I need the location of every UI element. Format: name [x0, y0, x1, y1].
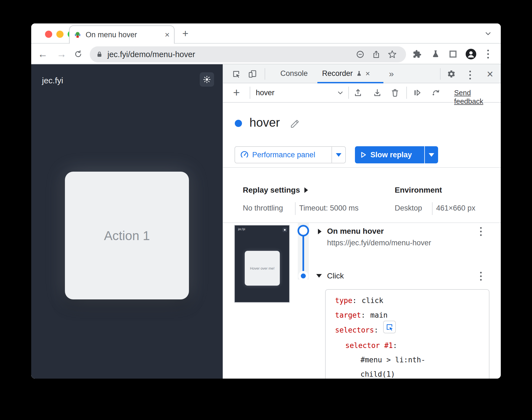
reload-button[interactable]	[72, 48, 84, 60]
step1-menu-kebab-icon[interactable]	[478, 225, 483, 238]
code-line-target: target:main	[335, 311, 388, 319]
slow-replay-button[interactable]: Slow replay	[355, 146, 438, 163]
lock-icon	[96, 51, 103, 58]
throttling-value: No throttling	[243, 204, 283, 212]
thumbnail-site-label: jec.fyi	[238, 228, 245, 231]
page-viewport: jec.fyi Action 1	[31, 64, 223, 379]
delete-recording-icon[interactable]	[389, 87, 401, 99]
zoom-out-icon[interactable]	[352, 50, 368, 59]
tab-favicon	[74, 31, 81, 38]
import-recording-icon[interactable]	[371, 87, 383, 99]
section-divider-2	[223, 222, 501, 223]
bookmark-star-icon[interactable]	[384, 50, 400, 59]
toolbar-divider-3	[406, 87, 407, 99]
select-chevron-icon	[336, 89, 344, 97]
code-line-selector-value1: #menu > li:nth-	[360, 356, 425, 364]
browser-tab[interactable]: On menu hover ×	[69, 25, 175, 44]
thumbnail-card-label: Hover over me!	[250, 266, 275, 270]
step2-collapse-icon[interactable]	[316, 274, 322, 278]
new-tab-button[interactable]: +	[180, 28, 190, 38]
step-editor[interactable]: type:click target:main selectors: select…	[325, 289, 489, 379]
step1-url: https://jec.fyi/demo/menu-hover	[327, 239, 431, 247]
recording-title: hover	[249, 116, 280, 129]
recorder-tab-close-icon[interactable]: ×	[365, 70, 370, 78]
tab-console[interactable]: Console	[275, 64, 313, 83]
settings-value-divider	[295, 202, 296, 215]
pick-selector-button[interactable]	[383, 321, 396, 333]
toolbar-divider-1	[250, 87, 250, 99]
section-divider-1	[223, 167, 501, 168]
rerun-replay-icon[interactable]	[430, 87, 442, 99]
step2-title[interactable]: Click	[327, 272, 344, 280]
extensions-puzzle-icon[interactable]	[411, 48, 423, 60]
device-toolbar-icon[interactable]	[247, 68, 258, 80]
devtools-panel: Console Recorder × »	[223, 64, 501, 379]
screenshot-stage: On menu hover × + ← → jec.f	[0, 0, 532, 420]
step1-title[interactable]: On menu hover	[327, 227, 384, 236]
timeout-value: Timeout: 5000 ms	[299, 204, 359, 212]
browser-menu-kebab-icon[interactable]	[486, 48, 491, 60]
replay-steps-icon[interactable]	[411, 87, 423, 99]
tab-search-chevron-icon[interactable]	[482, 30, 494, 38]
recording-select[interactable]: hover	[256, 83, 344, 102]
environment-device: Desktop	[395, 204, 422, 212]
action-card-label: Action 1	[104, 228, 150, 243]
send-feedback-link[interactable]: Send feedback	[454, 89, 501, 106]
timeline-start-circle[interactable]	[297, 225, 309, 236]
profile-avatar[interactable]	[464, 47, 478, 61]
traffic-minimize-button[interactable]	[56, 31, 64, 38]
performance-panel-button[interactable]: Performance panel	[235, 146, 346, 163]
recorder-experiment-flask-icon	[356, 71, 362, 77]
replay-settings-header[interactable]: Replay settings	[243, 186, 308, 195]
back-button[interactable]: ←	[37, 48, 49, 60]
code-line-type: type:click	[335, 296, 383, 305]
settings-gear-icon[interactable]	[446, 68, 457, 80]
share-icon[interactable]	[368, 50, 384, 59]
recorder-toolbar: + hover	[223, 83, 501, 103]
address-bar[interactable]: jec.fyi/demo/menu-hover	[90, 46, 406, 62]
play-icon	[359, 151, 367, 159]
inspect-element-icon[interactable]	[230, 68, 242, 80]
forward-button[interactable]: →	[56, 48, 68, 60]
tab-strip: On menu hover × +	[31, 23, 501, 44]
environment-viewport: 461×660 px	[436, 204, 475, 212]
recording-status-dot	[235, 120, 242, 127]
thumbnail-card: Hover over me!	[245, 251, 280, 286]
browser-toolbar: ← → jec.fyi/demo/menu-hover	[31, 44, 501, 64]
speedometer-icon	[240, 150, 249, 159]
more-tabs-icon[interactable]: »	[386, 68, 397, 79]
tabbar-divider-right	[440, 68, 441, 80]
tab-recorder[interactable]: Recorder ×	[318, 64, 374, 83]
toolbar-divider-2	[348, 87, 349, 99]
timeline-step-dot[interactable]	[301, 273, 306, 278]
selector-picker-icon	[385, 323, 394, 331]
timeline-line	[302, 236, 304, 271]
action-card[interactable]: Action 1	[65, 172, 189, 299]
sun-icon	[203, 75, 211, 84]
tab-close-icon[interactable]: ×	[165, 31, 170, 39]
code-line-selector1: selector #1:	[345, 341, 397, 350]
step-thumbnail[interactable]: jec.fyi Hover over me!	[234, 225, 290, 303]
tab-title: On menu hover	[86, 31, 165, 39]
edit-title-pencil-icon[interactable]	[289, 117, 301, 130]
experiments-flask-icon[interactable]	[430, 48, 442, 60]
devtools-menu-kebab-icon[interactable]	[468, 69, 473, 81]
devtools-close-icon[interactable]: ×	[484, 68, 496, 80]
slow-replay-dropdown[interactable]	[425, 153, 438, 157]
performance-panel-dropdown[interactable]	[332, 153, 345, 157]
code-line-selector-value2: child(1)	[360, 370, 395, 378]
expand-replay-settings-icon	[304, 187, 308, 193]
side-panel-icon[interactable]	[447, 48, 459, 60]
theme-toggle-button[interactable]	[200, 72, 214, 87]
step1-expand-icon[interactable]	[318, 229, 322, 234]
url-text: jec.fyi/demo/menu-hover	[107, 50, 352, 59]
export-recording-icon[interactable]	[352, 87, 364, 99]
tabbar-divider	[265, 68, 265, 80]
site-logo: jec.fyi	[42, 76, 63, 85]
traffic-close-button[interactable]	[45, 31, 52, 38]
add-recording-button[interactable]: +	[231, 87, 242, 99]
step2-menu-kebab-icon[interactable]	[478, 270, 483, 282]
thumbnail-sun-icon	[283, 228, 287, 232]
environment-value-divider	[432, 202, 433, 215]
browser-window: On menu hover × + ← → jec.f	[31, 23, 501, 379]
